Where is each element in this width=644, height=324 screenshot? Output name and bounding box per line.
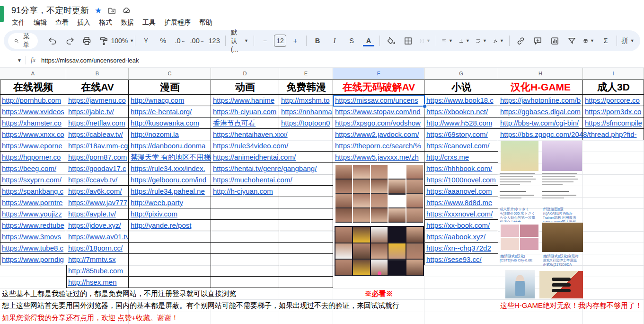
cell-link-D10[interactable]: http://h-ciyuan.com [211, 186, 279, 197]
cell-link-A9[interactable]: https://sxyprn.com/ [0, 174, 66, 186]
formula-value[interactable]: https://missav.com/uncensored-leak [41, 57, 139, 64]
empty-cell[interactable] [129, 277, 211, 288]
cell-link-G4[interactable]: http://www.h528.com [424, 117, 498, 129]
cell-link-B5[interactable]: https://cableav.tv/ [66, 129, 128, 140]
cell-link-C8[interactable]: https://rule34.xxx/index. [129, 163, 211, 174]
empty-cell[interactable] [279, 197, 333, 208]
cell-link-I3[interactable]: https://porn3dx.co [583, 106, 644, 117]
cell-link-B15[interactable]: https://18porn.cc/ [66, 243, 128, 254]
empty-cell[interactable] [211, 231, 279, 243]
menu-item-6[interactable]: 工具 [138, 17, 160, 28]
missav-thumbnail-grid-image[interactable] [335, 164, 424, 223]
cell-link-D7[interactable]: https://animeidhentai.com/ [211, 152, 296, 163]
text-wrap-button[interactable]: ▼ [473, 34, 489, 48]
cell-link-C6[interactable]: https://danbooru.donma [129, 140, 211, 152]
empty-cell[interactable] [211, 265, 279, 277]
cell-link-C3[interactable]: https://e-hentai.org/ [129, 106, 211, 117]
italic-button[interactable]: I [326, 34, 343, 48]
cell-link-D3[interactable]: https://h-ciyuan.com [211, 106, 279, 117]
cell-link-C10[interactable]: https://rule34.paheal.ne [129, 186, 211, 197]
cloud-status-icon[interactable] [122, 6, 131, 15]
cell-link-E4[interactable]: https://toptoon0 [279, 117, 333, 129]
decrease-decimal-button[interactable]: .0← [172, 34, 188, 48]
cell-link-D8[interactable]: https://hentai.tv/genre/gangbang/ [211, 163, 317, 174]
cell-link-B12[interactable]: https://avple.tv/ [66, 208, 128, 220]
fill-color-button[interactable] [383, 34, 399, 48]
hgame-thumbs-left-image[interactable] [500, 224, 539, 251]
column-header-F[interactable]: F [333, 68, 424, 80]
cell-link-D5[interactable]: https://hentaihaven.xxx/ [211, 129, 288, 140]
cell-link-F7[interactable]: https://www5.javxxx.me/zh [333, 152, 424, 163]
empty-cell[interactable] [279, 231, 333, 243]
insert-link-button[interactable] [512, 34, 529, 48]
cell-link-B13[interactable]: https://jdove.xyz/ [66, 220, 128, 231]
cell-link-H5[interactable]: https://bbs.zgogc.com/2048/thread.php?fi… [498, 129, 637, 140]
cell-link-G10[interactable]: https://aaanovel.com [424, 186, 498, 197]
move-folder-icon[interactable] [107, 6, 116, 15]
text-rotation-button[interactable]: ▼ [490, 34, 506, 48]
cell-link-C5[interactable]: http://nozomi.la [129, 129, 211, 140]
empty-cell[interactable] [279, 220, 333, 231]
borders-button[interactable] [400, 34, 416, 48]
empty-cell[interactable] [279, 277, 333, 288]
cell-link-B4[interactable]: https://netflav.com [66, 117, 128, 129]
cell-link-G16[interactable]: https://sese93.cc/ [424, 254, 498, 265]
cell-link-F6[interactable]: https://theporn.cc/search/% [333, 140, 424, 152]
toolbar-search[interactable]: 菜单 [8, 33, 38, 49]
cell-link-B2[interactable]: https://javmenu.co [66, 95, 128, 106]
cell-link-A8[interactable]: https://beeg.com/ [0, 163, 66, 174]
cell-link-B18[interactable]: http://hsex.men [66, 277, 128, 288]
empty-cell[interactable] [129, 254, 211, 265]
cell-link-G14[interactable]: https://aabook.xyz/ [424, 231, 498, 243]
paint-format-button[interactable] [96, 34, 112, 48]
more-formats-button[interactable]: 123 [206, 34, 222, 48]
cell-link-E2[interactable]: http://mxshm.to [279, 95, 333, 106]
increase-font-button[interactable]: + [287, 34, 303, 48]
cell-link-B6[interactable]: https://18av.mm-cg [66, 140, 128, 152]
column-header-E[interactable]: E [279, 68, 333, 80]
empty-cell[interactable] [279, 254, 333, 265]
cell-link-C7[interactable]: 禁漫天堂 有的地区不用梯 [129, 152, 211, 163]
cell-link-H3[interactable]: https://ggbases.dlgal.com [498, 106, 582, 117]
column-header-I[interactable]: I [583, 68, 644, 80]
cell-link-D4[interactable]: 香港节点可看 [211, 117, 279, 129]
cell-link-G3[interactable]: https://xbookcn.net/ [424, 106, 498, 117]
hgame-title-text-2[interactable]: [色情游戏][汉化][CSTD]Ivi6 City-0.6E[色情游戏][汉化]… [500, 254, 582, 268]
cell-link-C12[interactable]: http://pixiv.com [129, 208, 211, 220]
cell-link-G12[interactable]: https://xxxnovel.com/ [424, 208, 498, 220]
cell-link-B7[interactable]: https://porn87.com [66, 152, 128, 163]
column-header-D[interactable]: D [211, 68, 279, 80]
cell-link-G11[interactable]: https://www.8d8d.me [424, 197, 498, 208]
hgame-description-lines[interactable] [500, 173, 581, 204]
cell-link-A11[interactable]: https://www.porntre [0, 197, 66, 208]
increase-decimal-button[interactable]: .00→ [189, 34, 205, 48]
text-color-button[interactable]: A [361, 34, 377, 48]
zoom-select[interactable]: 100%▼ [113, 34, 132, 48]
insert-comment-button[interactable] [529, 34, 546, 48]
font-select[interactable]: 默认 (...▼ [229, 34, 251, 48]
cell-link-A10[interactable]: https://spankbang.c [0, 186, 66, 197]
thread-title-text[interactable]: [色情游戏][汉化]金瓶梅游戏X邪恶绅士年度版 正式版[2175D9DA [543, 254, 581, 268]
pager-dot[interactable] [378, 271, 381, 275]
cell-link-F3[interactable]: https://www.stopav.com/ind [333, 106, 424, 117]
cell-link-G5[interactable]: https://69story.com/ [424, 129, 498, 140]
format-currency-button[interactable]: ¥ [138, 34, 154, 48]
cell-link-C9[interactable]: https://gelbooru.com/ind [129, 174, 211, 186]
cell-link-A7[interactable]: https://hqporner.co [0, 152, 66, 163]
functions-button[interactable]: Σ [598, 34, 614, 48]
empty-cell[interactable] [211, 220, 279, 231]
bold-button[interactable]: B [309, 34, 326, 48]
cell-link-B17[interactable]: http://85tube.com [66, 265, 128, 277]
empty-cell[interactable] [211, 254, 279, 265]
cell-link-A4[interactable]: https://xhamster.co [0, 117, 66, 129]
cell-link-I4[interactable]: https://sfmcompile [583, 117, 644, 129]
cell-text-A20[interactable]: 想上这些网站首先要用国外浏览器，国内的基本都是屏蔽。有个别网站可能不需要梯子，如… [0, 299, 399, 312]
cell-link-D6[interactable]: https://rule34video.com/ [211, 140, 288, 152]
cell-link-B11[interactable]: https://www.jav777 [66, 197, 128, 208]
undo-button[interactable] [45, 34, 61, 48]
cell-link-E3[interactable]: https://nnhanma [279, 106, 333, 117]
decrease-font-button[interactable]: − [257, 34, 273, 48]
cell-link-A2[interactable]: http://pornhub.com [0, 95, 66, 106]
menu-item-4[interactable]: 格式 [95, 17, 116, 28]
jinpingmei-cover-image[interactable] [539, 271, 583, 298]
